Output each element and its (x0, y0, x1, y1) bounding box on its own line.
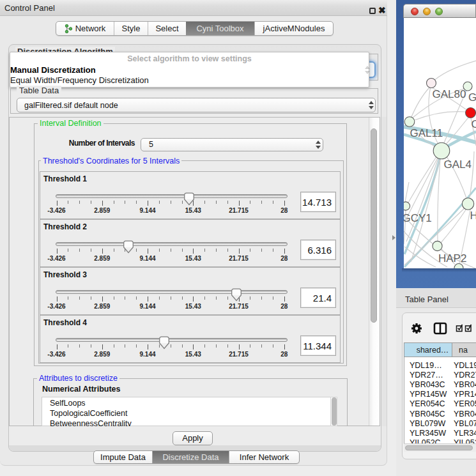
svg-text:CY: CY (472, 118, 476, 130)
svg-text:GA: GA (468, 91, 476, 104)
svg-text:GAL4: GAL4 (444, 158, 472, 171)
svg-text:HAP2: HAP2 (438, 252, 466, 265)
svg-text:GAL11: GAL11 (410, 127, 443, 139)
svg-text:HIS: HIS (470, 210, 476, 222)
svg-text:GAL80: GAL80 (433, 88, 466, 100)
svg-text:GCY1: GCY1 (404, 212, 432, 224)
